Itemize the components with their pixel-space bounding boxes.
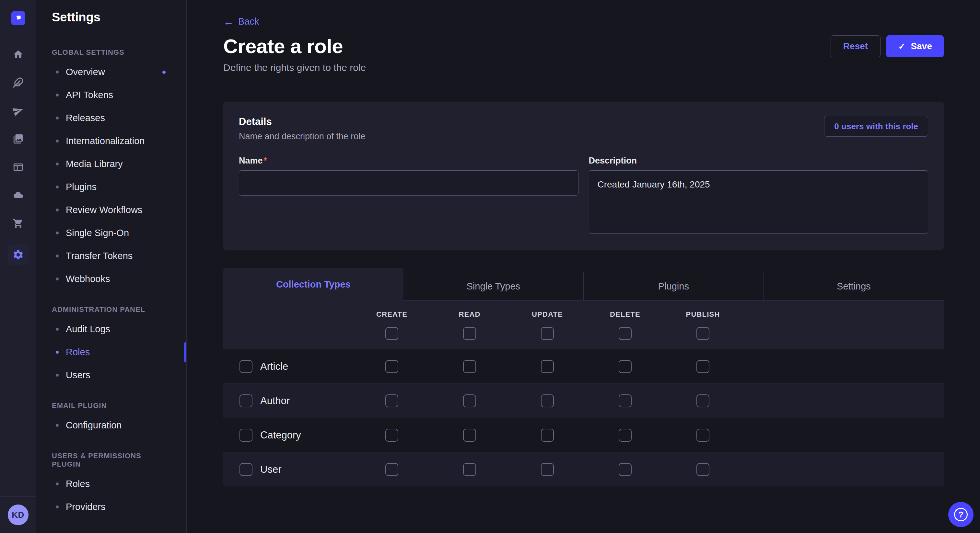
users-with-role-button[interactable]: 0 users with this role	[824, 116, 928, 136]
permission-checkbox-create[interactable]	[385, 394, 398, 408]
required-asterisk: *	[264, 156, 267, 165]
column-labels-row: CREATE READ UPDATE DELETE PUBLISH	[223, 310, 944, 319]
permission-checkbox-publish[interactable]	[697, 360, 710, 373]
strapi-logo-icon	[11, 11, 25, 25]
permission-checkbox-delete[interactable]	[619, 360, 632, 373]
permission-checkbox-read[interactable]	[463, 394, 476, 408]
bullet-icon	[56, 254, 59, 257]
inactive-tabs: Single Types Plugins Settings	[404, 272, 944, 300]
select-all-publish-checkbox[interactable]	[697, 327, 710, 340]
select-all-row	[223, 327, 944, 349]
permission-checkbox-publish[interactable]	[697, 429, 710, 442]
sidebar-item-up-roles[interactable]: Roles	[52, 473, 171, 495]
select-all-delete-checkbox[interactable]	[619, 327, 632, 340]
permissions-tabs: Collection Types Single Types Plugins Se…	[223, 268, 944, 300]
permission-row-user: User	[223, 452, 944, 486]
column-read: READ	[431, 310, 509, 319]
feather-pen-icon[interactable]	[11, 75, 25, 90]
home-icon[interactable]	[11, 47, 25, 62]
permission-row-category: Category	[223, 418, 944, 452]
permission-checkbox-delete[interactable]	[619, 429, 632, 442]
question-mark-icon: ?	[954, 508, 968, 521]
sidebar-item-audit-logs[interactable]: Audit Logs	[52, 318, 171, 341]
permission-checkbox-read[interactable]	[463, 429, 476, 442]
sidebar-item-webhooks[interactable]: Webhooks	[52, 268, 171, 290]
row-select-checkbox[interactable]	[240, 394, 253, 408]
permission-checkbox-publish[interactable]	[697, 463, 710, 476]
name-label: Name*	[239, 156, 579, 166]
sidebar-item-plugins[interactable]: Plugins	[52, 176, 171, 198]
tab-single-types[interactable]: Single Types	[404, 272, 583, 300]
bullet-icon	[56, 163, 59, 165]
permission-checkbox-read[interactable]	[463, 463, 476, 476]
permission-checkbox-update[interactable]	[541, 429, 554, 442]
row-select-checkbox[interactable]	[240, 463, 253, 476]
layout-icon[interactable]	[11, 160, 25, 174]
select-all-update-checkbox[interactable]	[541, 327, 554, 340]
users-permissions-items: Roles Providers	[52, 473, 171, 519]
permission-checkbox-read[interactable]	[463, 360, 476, 373]
details-fields: Name* Description Created January 16th, …	[239, 156, 928, 235]
tab-collection-types[interactable]: Collection Types	[223, 268, 404, 300]
permission-checkbox-delete[interactable]	[619, 463, 632, 476]
permission-checkbox-update[interactable]	[541, 394, 554, 408]
paper-plane-icon[interactable]	[11, 104, 25, 118]
sidebar-item-up-providers[interactable]: Providers	[52, 495, 171, 519]
bullet-icon	[56, 232, 59, 235]
sidebar-item-roles-active[interactable]: Roles	[52, 341, 171, 364]
bullet-icon	[56, 351, 59, 354]
tab-plugins[interactable]: Plugins	[583, 272, 764, 300]
sidebar-item-internationalization[interactable]: Internationalization	[52, 130, 171, 152]
section-global-settings: GLOBAL SETTINGS	[52, 48, 171, 57]
permission-checkbox-update[interactable]	[541, 463, 554, 476]
rail-icon-list	[0, 36, 36, 265]
page-title: Create a role	[223, 35, 366, 58]
marketplace-cart-icon[interactable]	[11, 216, 25, 230]
sidebar-item-overview[interactable]: Overview	[52, 60, 171, 84]
page-header-text: Create a role Define the rights given to…	[223, 35, 366, 73]
reset-button[interactable]: Reset	[830, 35, 880, 57]
details-card-header: Details Name and description of the role…	[239, 116, 928, 141]
permission-checkbox-publish[interactable]	[697, 394, 710, 408]
settings-gear-icon[interactable]	[8, 244, 29, 265]
sidebar-item-releases[interactable]: Releases	[52, 106, 171, 130]
permission-checkbox-create[interactable]	[385, 429, 398, 442]
sidebar-item-transfer-tokens[interactable]: Transfer Tokens	[52, 244, 171, 268]
row-select-checkbox[interactable]	[240, 429, 253, 442]
workspace-logo-button[interactable]	[0, 0, 36, 36]
permission-checkbox-create[interactable]	[385, 360, 398, 373]
bullet-icon	[56, 424, 59, 427]
media-library-icon[interactable]	[11, 132, 25, 146]
sidebar-item-single-sign-on[interactable]: Single Sign-On	[52, 222, 171, 244]
row-label: Author	[260, 395, 290, 407]
row-select-checkbox[interactable]	[240, 360, 253, 373]
sidebar-item-review-workflows[interactable]: Review Workflows	[52, 198, 171, 222]
sidebar-item-users[interactable]: Users	[52, 364, 171, 387]
sidebar-item-api-tokens[interactable]: API Tokens	[52, 84, 171, 106]
permission-checkbox-create[interactable]	[385, 463, 398, 476]
permission-checkbox-update[interactable]	[541, 360, 554, 373]
sidebar-item-configuration[interactable]: Configuration	[52, 414, 171, 437]
back-link[interactable]: ← Back	[223, 16, 259, 27]
select-all-read-checkbox[interactable]	[463, 327, 476, 340]
permission-checkbox-delete[interactable]	[619, 394, 632, 408]
help-button[interactable]: ?	[948, 502, 974, 527]
name-input[interactable]	[239, 170, 579, 195]
select-all-create-checkbox[interactable]	[385, 327, 398, 340]
name-field-group: Name*	[239, 156, 579, 235]
tab-settings[interactable]: Settings	[764, 272, 944, 300]
description-textarea[interactable]: Created January 16th, 2025	[589, 170, 929, 234]
bullet-icon	[56, 94, 59, 97]
column-delete: DELETE	[586, 310, 664, 319]
user-avatar[interactable]: KD	[8, 504, 29, 525]
save-button[interactable]: ✓Save	[886, 35, 944, 57]
section-users-permissions-plugin: USERS & PERMISSIONS PLUGIN	[52, 452, 171, 468]
page-header: Create a role Define the rights given to…	[223, 35, 944, 73]
notification-dot-icon	[162, 71, 165, 74]
details-card-titles: Details Name and description of the role	[239, 116, 365, 141]
column-publish: PUBLISH	[664, 310, 742, 319]
main-content: ← Back Create a role Define the rights g…	[187, 0, 980, 533]
cloud-icon[interactable]	[11, 188, 25, 202]
sidebar-item-media-library[interactable]: Media Library	[52, 152, 171, 176]
section-administration-panel: ADMINISTRATION PANEL	[52, 305, 171, 314]
